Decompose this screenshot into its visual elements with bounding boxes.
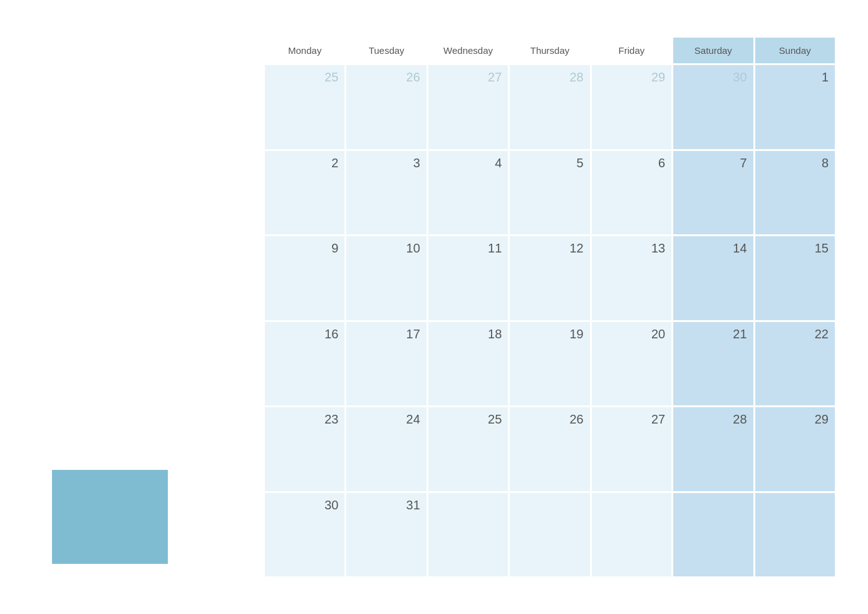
day-cell[interactable]: 30 bbox=[673, 65, 753, 149]
day-cell[interactable]: 29 bbox=[755, 407, 835, 491]
day-number: 18 bbox=[488, 327, 502, 341]
day-number: 26 bbox=[406, 70, 420, 85]
day-number: 3 bbox=[413, 156, 420, 170]
day-number: 13 bbox=[651, 241, 665, 256]
header-cell-sunday: Sunday bbox=[755, 38, 835, 63]
grid-weeks: 2526272829301234567891011121314151617181… bbox=[265, 65, 835, 576]
day-cell[interactable] bbox=[673, 493, 753, 577]
day-number: 19 bbox=[569, 327, 583, 341]
day-number: 4 bbox=[495, 156, 502, 170]
day-cell[interactable]: 13 bbox=[592, 236, 671, 320]
day-number: 30 bbox=[324, 498, 338, 513]
day-cell[interactable]: 27 bbox=[428, 65, 508, 149]
header-cell-monday: Monday bbox=[265, 38, 344, 63]
day-cell[interactable]: 5 bbox=[510, 151, 589, 235]
day-cell[interactable]: 12 bbox=[510, 236, 589, 320]
day-number: 27 bbox=[651, 412, 665, 427]
day-cell[interactable]: 24 bbox=[346, 407, 426, 491]
day-cell[interactable]: 4 bbox=[428, 151, 508, 235]
day-number: 20 bbox=[651, 327, 665, 341]
day-cell[interactable]: 27 bbox=[592, 407, 671, 491]
day-number: 16 bbox=[324, 327, 338, 341]
day-number: 6 bbox=[658, 156, 665, 170]
header-cell-thursday: Thursday bbox=[510, 38, 589, 63]
week-row-2: 2345678 bbox=[265, 151, 835, 235]
day-cell[interactable]: 26 bbox=[510, 407, 589, 491]
day-number: 28 bbox=[569, 70, 583, 85]
day-number: 29 bbox=[815, 412, 829, 427]
header-row: MondayTuesdayWednesdayThursdayFridaySatu… bbox=[265, 38, 835, 63]
week-row-5: 23242526272829 bbox=[265, 407, 835, 491]
right-panel: MondayTuesdayWednesdayThursdayFridaySatu… bbox=[265, 38, 835, 576]
day-cell[interactable]: 22 bbox=[755, 322, 835, 406]
day-number: 2 bbox=[331, 156, 338, 170]
header-cell-tuesday: Tuesday bbox=[346, 38, 426, 63]
day-number: 27 bbox=[488, 70, 502, 85]
day-cell[interactable]: 28 bbox=[510, 65, 589, 149]
week-row-3: 9101112131415 bbox=[265, 236, 835, 320]
day-cell[interactable]: 25 bbox=[265, 65, 344, 149]
day-cell[interactable]: 15 bbox=[755, 236, 835, 320]
day-cell[interactable]: 29 bbox=[592, 65, 671, 149]
day-number: 29 bbox=[651, 70, 665, 85]
day-cell[interactable]: 31 bbox=[346, 493, 426, 577]
day-cell[interactable]: 6 bbox=[592, 151, 671, 235]
day-cell[interactable]: 30 bbox=[265, 493, 344, 577]
day-cell[interactable]: 20 bbox=[592, 322, 671, 406]
day-cell[interactable]: 19 bbox=[510, 322, 589, 406]
left-panel bbox=[33, 38, 265, 576]
day-number: 10 bbox=[406, 241, 420, 256]
day-number: 28 bbox=[733, 412, 747, 427]
week-row-4: 16171819202122 bbox=[265, 322, 835, 406]
day-cell[interactable]: 18 bbox=[428, 322, 508, 406]
day-number: 1 bbox=[822, 70, 829, 85]
day-number: 11 bbox=[488, 241, 502, 256]
day-number: 9 bbox=[331, 241, 338, 256]
week-row-1: 2526272829301 bbox=[265, 65, 835, 149]
day-cell[interactable]: 9 bbox=[265, 236, 344, 320]
day-cell[interactable]: 7 bbox=[673, 151, 753, 235]
month-number-box bbox=[52, 470, 168, 564]
day-number: 24 bbox=[406, 412, 420, 427]
week-row-6: 3031 bbox=[265, 493, 835, 577]
day-cell[interactable]: 3 bbox=[346, 151, 426, 235]
day-number: 8 bbox=[822, 156, 829, 170]
day-number: 26 bbox=[569, 412, 583, 427]
day-cell[interactable]: 14 bbox=[673, 236, 753, 320]
day-cell[interactable]: 16 bbox=[265, 322, 344, 406]
day-cell[interactable]: 8 bbox=[755, 151, 835, 235]
day-cell[interactable]: 2 bbox=[265, 151, 344, 235]
day-cell[interactable] bbox=[755, 493, 835, 577]
day-cell[interactable]: 26 bbox=[346, 65, 426, 149]
day-number: 7 bbox=[740, 156, 747, 170]
header-cell-friday: Friday bbox=[592, 38, 671, 63]
day-number: 25 bbox=[324, 70, 338, 85]
header-cell-saturday: Saturday bbox=[673, 38, 753, 63]
day-number: 17 bbox=[406, 327, 420, 341]
day-number: 21 bbox=[733, 327, 747, 341]
day-number: 22 bbox=[815, 327, 829, 341]
day-number: 31 bbox=[406, 498, 420, 513]
day-cell[interactable]: 23 bbox=[265, 407, 344, 491]
day-cell[interactable]: 25 bbox=[428, 407, 508, 491]
day-cell[interactable]: 17 bbox=[346, 322, 426, 406]
day-number: 5 bbox=[577, 156, 584, 170]
day-number: 12 bbox=[569, 241, 583, 256]
day-cell[interactable]: 1 bbox=[755, 65, 835, 149]
day-cell[interactable]: 10 bbox=[346, 236, 426, 320]
day-cell[interactable] bbox=[428, 493, 508, 577]
day-number: 14 bbox=[733, 241, 747, 256]
day-cell[interactable] bbox=[592, 493, 671, 577]
day-number: 15 bbox=[815, 241, 829, 256]
day-cell[interactable]: 21 bbox=[673, 322, 753, 406]
day-number: 25 bbox=[488, 412, 502, 427]
day-number: 30 bbox=[733, 70, 747, 85]
day-cell[interactable]: 11 bbox=[428, 236, 508, 320]
day-cell[interactable] bbox=[510, 493, 589, 577]
day-cell[interactable]: 28 bbox=[673, 407, 753, 491]
day-number: 23 bbox=[324, 412, 338, 427]
calendar-container: MondayTuesdayWednesdayThursdayFridaySatu… bbox=[33, 38, 835, 576]
header-cell-wednesday: Wednesday bbox=[428, 38, 508, 63]
